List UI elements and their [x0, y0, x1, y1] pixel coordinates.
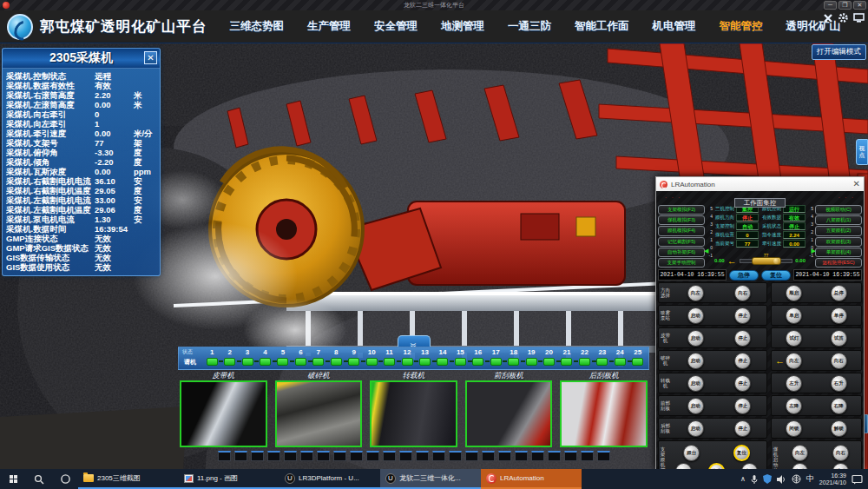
network-globe-icon[interactable] — [792, 474, 801, 484]
ime-indicator[interactable]: 中 — [806, 473, 814, 485]
pager-cell[interactable] — [300, 451, 313, 461]
viewpoint-tab[interactable]: 视点 — [856, 139, 868, 165]
round-button[interactable]: 向左 — [687, 285, 704, 301]
round-button[interactable]: 向右 — [734, 285, 751, 301]
round-button[interactable]: 跟台 — [683, 445, 700, 461]
lr-right-button-1[interactable]: 八架跟机(1) — [815, 215, 862, 225]
round-button[interactable]: 复位 — [733, 445, 750, 461]
pager-cell[interactable] — [399, 451, 412, 461]
pager-cell[interactable] — [218, 451, 231, 461]
lr-position-slider[interactable]: 0.00 ← 77 0.00 — [714, 254, 806, 268]
round-button[interactable]: 闭锁 — [786, 420, 802, 437]
clock[interactable]: 16:39 2021/4/10 — [819, 472, 846, 486]
lr-right-button-5[interactable]: 远程急停(ESC) — [815, 258, 862, 268]
maximize-button[interactable]: ❐ — [838, 1, 852, 10]
lr-left-button-3[interactable]: 记忆截割(F5) — [658, 237, 705, 247]
nav-item-1[interactable]: 生产管理 — [307, 19, 351, 34]
round-button[interactable]: 启动 — [687, 353, 704, 369]
pager-cell[interactable] — [465, 451, 478, 461]
round-button[interactable]: 左降 — [786, 398, 802, 414]
taskbar-item-0[interactable]: 2305三维截图 — [78, 469, 179, 489]
round-button[interactable]: 试灯 — [786, 330, 802, 347]
cortana-icon[interactable] — [52, 469, 78, 489]
lr-right-button-2[interactable]: 五架跟机(2) — [815, 226, 862, 235]
lr-title-bar[interactable]: LRAutomation ✕ — [656, 177, 864, 191]
security-shield-icon[interactable] — [763, 474, 772, 484]
round-button[interactable]: 右降 — [831, 398, 847, 414]
fullscreen-icon[interactable] — [853, 13, 865, 23]
round-button[interactable]: 启动 — [687, 420, 704, 437]
round-button[interactable]: 停止 — [734, 307, 751, 324]
open-edit-mode-button[interactable]: 打开编辑模式 — [812, 44, 866, 60]
pager-cell[interactable] — [317, 451, 330, 461]
lr-left-button-5[interactable]: 支架手动控制 — [658, 258, 705, 268]
start-button[interactable] — [0, 469, 26, 489]
filmstrip-pager[interactable] — [180, 451, 648, 461]
nav-item-4[interactable]: 一通三防 — [508, 19, 551, 34]
round-button[interactable]: 单启 — [786, 307, 802, 324]
camera-video[interactable] — [275, 380, 363, 447]
nav-item-3[interactable]: 地测管理 — [441, 19, 484, 34]
pager-cell[interactable] — [416, 451, 429, 461]
camera-feed-2[interactable]: 转载机 — [370, 371, 457, 447]
close-button[interactable]: ✕ — [853, 1, 866, 10]
camera-video[interactable] — [465, 380, 553, 447]
tools-icon[interactable] — [823, 13, 833, 23]
pager-cell[interactable] — [234, 451, 247, 461]
pager-cell[interactable] — [350, 451, 363, 461]
pager-cell[interactable] — [482, 451, 495, 461]
camera-feed-1[interactable]: 破碎机 — [275, 371, 363, 447]
notification-center-icon[interactable] — [852, 474, 863, 485]
pager-cell[interactable] — [432, 451, 445, 461]
lr-left-button-1[interactable]: 煤机模拟(F3) — [658, 215, 705, 225]
camera-feed-3[interactable]: 前刮板机 — [465, 371, 553, 447]
round-button[interactable]: 向左 — [792, 445, 808, 461]
pager-cell[interactable] — [597, 451, 610, 461]
pager-cell[interactable] — [267, 451, 280, 461]
search-icon[interactable] — [26, 469, 52, 489]
pager-cell[interactable] — [284, 451, 297, 461]
pager-cell[interactable] — [366, 451, 379, 461]
lr-close-icon[interactable]: ✕ — [853, 180, 860, 188]
round-button[interactable]: 右升 — [831, 375, 847, 392]
lr-right-button-0[interactable]: 视频联动(C) — [815, 205, 862, 215]
round-button[interactable]: 向右 — [832, 445, 849, 461]
round-button[interactable]: 顺启 — [786, 285, 802, 301]
camera-video[interactable] — [370, 380, 457, 447]
round-button[interactable]: 停止 — [734, 375, 751, 392]
minimize-button[interactable]: ─ — [824, 1, 837, 10]
taskbar-item-4[interactable]: LRAutomation — [481, 469, 582, 489]
round-button[interactable]: 试笛 — [831, 330, 847, 347]
nav-item-5[interactable]: 智能工作面 — [575, 19, 629, 34]
settings-gear-icon[interactable] — [838, 12, 849, 23]
lr-left-button-2[interactable]: 跟机模拟(F4) — [658, 226, 705, 235]
camera-video[interactable] — [560, 380, 648, 447]
pager-cell[interactable] — [449, 451, 462, 461]
reset-button[interactable]: 复位 — [761, 270, 791, 281]
pager-cell[interactable] — [333, 451, 346, 461]
strip-collapse-button[interactable]: » — [398, 335, 431, 347]
nav-item-7[interactable]: 智能管控 — [720, 19, 763, 34]
round-button[interactable]: 停止 — [734, 330, 751, 347]
round-button[interactable]: 启动 — [687, 375, 704, 392]
pager-cell[interactable] — [531, 451, 544, 461]
slider-track[interactable]: 77 — [740, 259, 793, 263]
camera-video[interactable] — [180, 380, 267, 447]
nav-item-0[interactable]: 三维态势图 — [230, 19, 285, 34]
round-button[interactable]: 停止 — [734, 353, 751, 369]
pager-cell[interactable] — [498, 451, 511, 461]
pager-cell[interactable] — [564, 451, 577, 461]
taskbar-item-1[interactable]: 11.png - 画图 — [179, 469, 279, 489]
taskbar-item-2[interactable]: ULR3DPlatform - U... — [279, 469, 380, 489]
microphone-icon[interactable] — [751, 474, 758, 484]
pager-cell[interactable] — [581, 451, 594, 461]
camera-feed-4[interactable]: 后刮板机 — [560, 371, 648, 447]
round-button[interactable]: 向右 — [831, 353, 847, 369]
pager-cell[interactable] — [515, 451, 528, 461]
lr-left-button-0[interactable]: 支架模拟(F2) — [658, 205, 705, 215]
lr-right-button-3[interactable]: 双架跟机(3) — [815, 237, 862, 247]
nav-item-6[interactable]: 机电管理 — [653, 19, 696, 34]
round-button[interactable]: 启动 — [687, 307, 704, 324]
round-button[interactable]: 停止 — [734, 420, 751, 437]
panel-close-icon[interactable]: ✕ — [144, 51, 157, 64]
